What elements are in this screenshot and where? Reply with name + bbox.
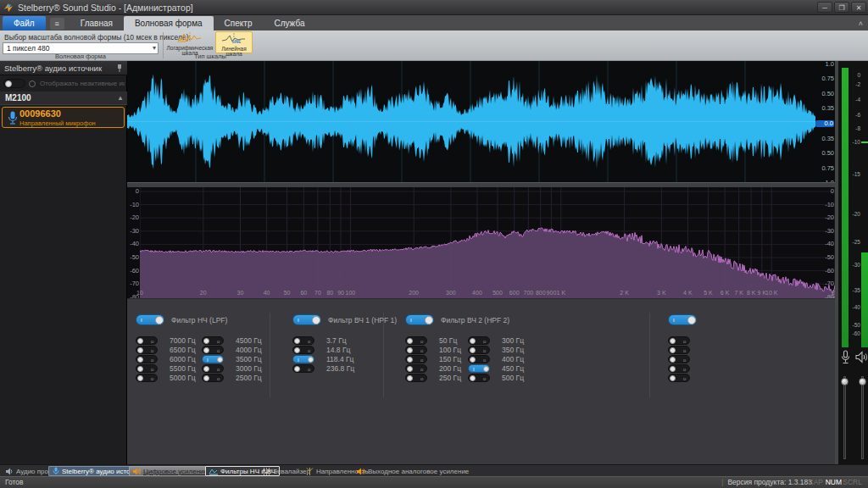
- filter-freq-label: 118.4 Гц: [326, 355, 353, 363]
- tab-output-analog-gain[interactable]: Выходное аналоговое усиление: [353, 466, 472, 476]
- toggle-state-mark: I: [473, 367, 475, 372]
- filter-freq-label: 400 Гц: [502, 355, 524, 363]
- input-mic-icon[interactable]: [840, 350, 851, 365]
- minimize-button[interactable]: ─: [817, 2, 832, 13]
- filter-freq-toggle[interactable]: o: [202, 364, 224, 373]
- toggle-state-mark: o: [151, 348, 153, 353]
- filter-group-label: Фильтр ВЧ 2 (HPF 2): [441, 316, 509, 324]
- speaker-volume-knob[interactable]: [859, 378, 866, 385]
- filter-freq-toggle[interactable]: o: [136, 364, 158, 373]
- tab-spektr[interactable]: Спектр: [214, 16, 264, 30]
- mic-volume-slider[interactable]: [843, 376, 846, 459]
- spectrum-db-label-left: -60: [128, 268, 139, 274]
- filter-freq-toggle[interactable]: o: [668, 374, 690, 382]
- filter-group-toggle[interactable]: I: [668, 314, 697, 325]
- device-item-selected[interactable]: 00096630 Направленный микрофон: [2, 107, 125, 128]
- filter-freq-toggle[interactable]: o: [405, 355, 427, 363]
- filter-freq-toggle[interactable]: o: [202, 346, 224, 354]
- pin-icon[interactable]: [115, 64, 124, 73]
- speaker-volume-slider[interactable]: [861, 376, 864, 459]
- filter-freq-toggle[interactable]: o: [292, 346, 314, 354]
- filter-freq-toggle[interactable]: I: [468, 364, 490, 373]
- linear-scale-button[interactable]: LINE Линейная шкала: [215, 31, 253, 53]
- window-title: Stelberry® Sound Studio - [Администратор…: [18, 3, 193, 13]
- status-ready: Готов: [5, 478, 24, 486]
- toggle-state-mark: o: [483, 348, 486, 353]
- spectrum-panel[interactable]: 00-10-10-20-20-30-30-40-40-50-50-60-60-7…: [127, 187, 835, 298]
- filter-freq-label: 3000 Гц: [236, 364, 262, 373]
- filter-freq-toggle[interactable]: o: [668, 355, 690, 363]
- filter-group-toggle[interactable]: I: [405, 314, 434, 325]
- waveform-plot: [127, 61, 835, 182]
- filter-freq-label: 500 Гц: [502, 374, 524, 382]
- filter-freq-toggle[interactable]: o: [202, 336, 224, 345]
- tab-sluzhba[interactable]: Служба: [263, 16, 315, 30]
- filter-freq-toggle[interactable]: o: [668, 346, 690, 354]
- filter-freq-toggle[interactable]: o: [405, 336, 427, 345]
- meter-tick-label: -4: [849, 97, 860, 103]
- amp-tick-label: 0.50: [815, 91, 834, 97]
- toggle-state-mark: o: [683, 339, 686, 344]
- tab-file[interactable]: Файл: [3, 16, 46, 30]
- filter-freq-toggle[interactable]: o: [136, 374, 158, 382]
- filter-freq-toggle[interactable]: o: [405, 364, 427, 373]
- filter-freq-toggle[interactable]: o: [668, 364, 690, 373]
- toggle-state-mark: o: [151, 367, 153, 372]
- filter-freq-toggle[interactable]: o: [468, 374, 490, 382]
- spectrum-freq-label: 30: [237, 290, 244, 296]
- toggle-state-mark: o: [308, 348, 310, 353]
- filter-freq-toggle[interactable]: o: [292, 336, 314, 345]
- tab-glavnaya[interactable]: Главная: [70, 16, 124, 30]
- product-version: |Версия продукта: 1.3.183: [717, 477, 812, 488]
- num-lock-indicator: NUM: [826, 477, 842, 488]
- microphone-icon: [8, 111, 18, 125]
- group-name-scale-type: Тип шкалы: [166, 53, 254, 60]
- filter-freq-toggle[interactable]: o: [136, 346, 158, 354]
- mic-volume-knob[interactable]: [841, 378, 849, 385]
- filter-freq-toggle[interactable]: o: [405, 346, 427, 354]
- filter-freq-toggle[interactable]: o: [136, 355, 158, 363]
- spectrum-db-label-right: -10: [817, 202, 834, 208]
- log-scale-button[interactable]: LOG Логарифмическая шкала: [166, 31, 214, 53]
- filter-freq-toggle[interactable]: o: [468, 336, 490, 345]
- device-group-header[interactable]: M2100 ▴: [0, 92, 127, 105]
- restore-button[interactable]: ❐: [834, 2, 849, 13]
- filter-group-divider: [649, 313, 650, 397]
- filter-freq-toggle[interactable]: o: [136, 336, 158, 345]
- filter-freq-toggle[interactable]: I: [292, 355, 314, 363]
- spectrum-freq-label: 800: [536, 290, 546, 296]
- filter-freq-toggle[interactable]: o: [468, 346, 490, 354]
- toggle-knob: [203, 347, 209, 353]
- toggle-knob: [137, 375, 143, 381]
- close-button[interactable]: ✕: [851, 2, 866, 13]
- toggle-state-mark: o: [683, 376, 686, 381]
- toggle-knob: [294, 338, 300, 344]
- filter-group-toggle[interactable]: I: [136, 314, 164, 325]
- ribbon-collapse-icon[interactable]: ˄: [859, 19, 863, 28]
- filters-icon: [209, 468, 218, 475]
- toggle-knob: [670, 357, 676, 363]
- app-logo-icon: [3, 3, 14, 13]
- filter-freq-toggle[interactable]: o: [292, 364, 314, 373]
- output-gain-icon: [357, 468, 365, 475]
- toggle-state-mark: o: [683, 348, 686, 353]
- filter-freq-toggle[interactable]: o: [405, 374, 427, 382]
- meter-tick-label: -35: [849, 287, 860, 293]
- collapse-chevron-icon[interactable]: ▴: [119, 92, 122, 105]
- waveform-panel[interactable]: 1.00.750.500.350.00.350.500.751.0: [127, 61, 835, 182]
- show-inactive-toggle[interactable]: [3, 79, 25, 88]
- tab-wave-form[interactable]: Волновая форма: [124, 16, 214, 30]
- amp-tick-label: 1.0: [815, 61, 834, 68]
- toggle-state-mark: o: [151, 358, 153, 363]
- output-speaker-icon[interactable]: [855, 351, 868, 364]
- filter-freq-toggle[interactable]: o: [202, 374, 224, 382]
- log-scale-icon: LOG: [177, 32, 203, 43]
- quick-access-menu-icon[interactable]: ≡: [50, 18, 64, 30]
- spectrum-freq-label: 300: [446, 290, 456, 296]
- sidebar-header: Stelberry® аудио источник: [0, 61, 127, 75]
- filter-freq-toggle[interactable]: I: [202, 355, 224, 363]
- filter-freq-label: 200 Гц: [439, 364, 461, 373]
- filter-freq-toggle[interactable]: o: [668, 336, 690, 345]
- filter-freq-toggle[interactable]: o: [468, 355, 490, 363]
- filter-group-toggle[interactable]: I: [292, 314, 321, 325]
